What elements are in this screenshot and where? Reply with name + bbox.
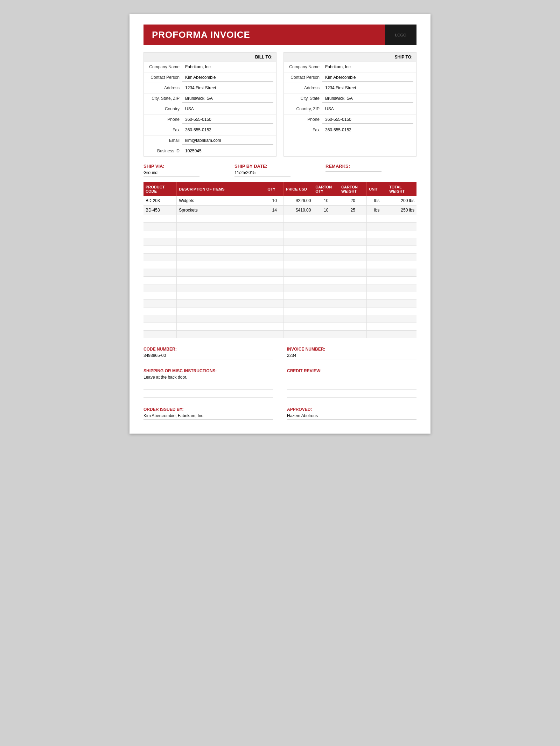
order-issued-label: ORDER ISSUED BY: <box>144 407 273 412</box>
col-header-unit: UNIT <box>367 182 387 196</box>
bill-contact-label: Contact Person <box>144 74 182 81</box>
bill-company-label: Company Name <box>144 63 182 71</box>
ship-contact-label: Contact Person <box>284 74 322 81</box>
row1-price: $226.00 <box>284 196 313 206</box>
bill-email-label: Email <box>144 137 182 144</box>
bill-fax-value: 360-555-0152 <box>182 126 273 134</box>
table-row <box>144 292 416 300</box>
invoice-title: PROFORMA INVOICE <box>152 29 377 40</box>
row2-code: BD-453 <box>144 206 177 215</box>
bill-address-row: Address 1234 First Street <box>144 83 276 94</box>
bill-city-row: City, State, ZIP Brunswick, GA <box>144 94 276 104</box>
row1-code: BD-203 <box>144 196 177 206</box>
table-row <box>144 315 416 323</box>
ship-phone-label: Phone <box>284 116 322 123</box>
bill-country-label: Country <box>144 105 182 113</box>
col-header-desc: DESCRIPTION OF ITEMS <box>177 182 265 196</box>
row1-qty: 10 <box>265 196 284 206</box>
logo-box: LOGO <box>385 25 416 45</box>
ship-address-row: Address 1234 First Street <box>284 83 416 94</box>
col-header-total: TOTAL WEIGHT <box>387 182 416 196</box>
row2-unit: lbs <box>367 206 387 215</box>
ship-address-label: Address <box>284 84 322 92</box>
ship-city-label: City, State <box>284 95 322 102</box>
credit-line-1 <box>287 383 416 389</box>
bill-fax-row: Fax 360-555-0152 <box>144 125 276 136</box>
credit-review-value <box>287 375 416 381</box>
bill-businessid-label: Business ID <box>144 147 182 155</box>
ship-date-block: SHIP BY DATE: 11/25/2015 <box>234 164 326 177</box>
table-row <box>144 308 416 315</box>
row1-desc: Widgets <box>177 196 265 206</box>
credit-review-label: CREDIT REVIEW: <box>287 368 416 373</box>
row2-cqty: 10 <box>313 206 339 215</box>
table-row: BD-453 Sprockets 14 $410.00 10 25 lbs 25… <box>144 206 416 215</box>
table-header-row: PRODUCT CODE DESCRIPTION OF ITEMS QTY PR… <box>144 182 416 196</box>
ship-contact-value: Kim Abercombie <box>322 74 413 82</box>
table-row <box>144 277 416 284</box>
table-row <box>144 246 416 254</box>
invoice-page: PROFORMA INVOICE LOGO BILL TO: Company N… <box>130 14 430 434</box>
table-row <box>144 215 416 223</box>
ship-country-row: Country, ZIP USA <box>284 104 416 115</box>
table-row <box>144 284 416 292</box>
ship-date-label: SHIP BY DATE: <box>234 164 326 169</box>
approved-block: APPROVED: Hazem Abolrous <box>287 407 416 420</box>
bill-city-label: City, State, ZIP <box>144 95 182 102</box>
items-table: PRODUCT CODE DESCRIPTION OF ITEMS QTY PR… <box>144 182 416 338</box>
bill-businessid-value: 1025945 <box>182 147 273 155</box>
header: PROFORMA INVOICE LOGO <box>144 25 416 45</box>
title-bar: PROFORMA INVOICE <box>144 25 385 45</box>
row2-total: 250 lbs <box>387 206 416 215</box>
ship-phone-value: 360-555-0150 <box>322 116 413 124</box>
ship-address-value: 1234 First Street <box>322 84 413 92</box>
ship-city-row: City, State Brunswick, GA <box>284 94 416 104</box>
table-row <box>144 223 416 230</box>
ship-company-row: Company Name Fabrikam, Inc <box>284 62 416 72</box>
shipping-credit-section: SHIPPING OR MISC INSTRUCTIONS: Leave at … <box>144 368 416 400</box>
shipping-line-1 <box>144 383 273 389</box>
row1-cweight: 20 <box>339 196 367 206</box>
ship-fax-label: Fax <box>284 126 322 134</box>
ship-remarks-value <box>326 170 382 172</box>
ship-company-value: Fabrikam, Inc <box>322 63 413 71</box>
row2-qty: 14 <box>265 206 284 215</box>
table-row <box>144 300 416 308</box>
bill-email-value: kim@fabrikam.com <box>182 137 273 145</box>
row2-price: $410.00 <box>284 206 313 215</box>
table-row <box>144 261 416 269</box>
shipping-instructions-label: SHIPPING OR MISC INSTRUCTIONS: <box>144 368 273 373</box>
approved-value: Hazem Abolrous <box>287 413 416 420</box>
invoice-number-block: INVOICE NUMBER: 2234 <box>287 347 416 361</box>
shipping-line-2 <box>144 392 273 398</box>
bill-contact-value: Kim Abercombie <box>182 74 273 82</box>
bill-phone-value: 360-555-0150 <box>182 116 273 124</box>
code-number-label: CODE NUMBER: <box>144 347 273 352</box>
credit-review-block: CREDIT REVIEW: <box>287 368 416 400</box>
ship-via-label: SHIP VIA: <box>144 164 234 169</box>
final-section: ORDER ISSUED BY: Kim Abercrombie, Fabrik… <box>144 407 416 420</box>
table-row <box>144 323 416 331</box>
ship-to-block: SHIP TO: Company Name Fabrikam, Inc Cont… <box>284 52 416 157</box>
table-row <box>144 230 416 238</box>
approved-label: APPROVED: <box>287 407 416 412</box>
bill-email-row: Email kim@fabrikam.com <box>144 136 276 146</box>
logo-placeholder: LOGO <box>394 32 408 39</box>
ship-info-section: SHIP VIA: Ground SHIP BY DATE: 11/25/201… <box>144 164 416 177</box>
shipping-instructions-value: Leave at the back door. <box>144 375 273 381</box>
ship-fax-value: 360-555-0152 <box>322 126 413 134</box>
row2-desc: Sprockets <box>177 206 265 215</box>
bill-fax-label: Fax <box>144 126 182 134</box>
shipping-instructions-block: SHIPPING OR MISC INSTRUCTIONS: Leave at … <box>144 368 273 400</box>
ship-country-label: Country, ZIP <box>284 105 322 113</box>
ship-remarks-block: REMARKS: <box>326 164 416 172</box>
col-header-qty: QTY <box>265 182 284 196</box>
table-row <box>144 238 416 246</box>
row1-total: 200 lbs <box>387 196 416 206</box>
ship-phone-row: Phone 360-555-0150 <box>284 115 416 125</box>
invoice-number-value: 2234 <box>287 353 416 359</box>
address-section: BILL TO: Company Name Fabrikam, Inc Cont… <box>144 52 416 157</box>
bill-country-row: Country USA <box>144 104 276 115</box>
invoice-number-label: INVOICE NUMBER: <box>287 347 416 352</box>
bill-company-value: Fabrikam, Inc <box>182 63 273 71</box>
